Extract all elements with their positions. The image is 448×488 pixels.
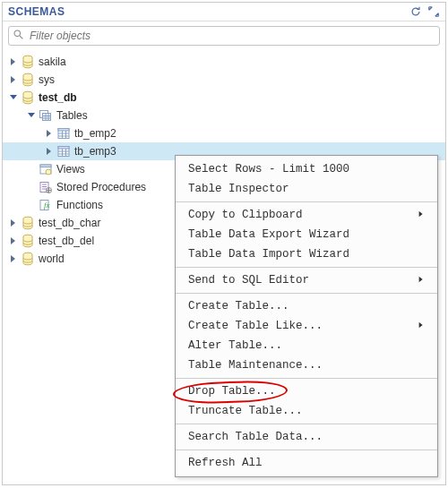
tree-item-label: Functions [56,199,103,211]
refresh-icon[interactable] [409,5,422,18]
db-icon [21,216,35,230]
menu-item-create-table[interactable]: Create Table... [176,296,437,316]
tree-item-label: test_db_char [39,217,100,229]
table-icon [56,126,71,141]
tree-item-tables[interactable]: Tables [3,107,445,124]
table-icon [56,144,71,158]
menu-item-label: Create Table... [188,300,289,312]
chevron-right-icon[interactable] [8,74,19,85]
menu-item-label: Drop Table... [188,385,276,398]
tree-item-sakila[interactable]: sakila [3,53,445,71]
menu-item-label: Create Table Like... [188,320,323,332]
panel-title: SCHEMAS [8,5,65,18]
panel-header: SCHEMAS [3,3,445,21]
menu-item-send-to-sql-editor[interactable]: Send to SQL Editor [176,270,437,290]
menu-separator [176,293,437,294]
menu-item-label: Table Maintenance... [188,359,323,372]
menu-separator [176,267,437,268]
chevron-right-icon[interactable] [8,235,19,246]
chevron-right-icon[interactable] [8,56,19,67]
proc-icon [39,180,53,194]
db-icon [21,73,35,87]
menu-item-refresh-all[interactable]: Refresh All [176,453,437,473]
menu-separator [176,424,437,424]
menu-item-label: Refresh All [188,457,263,469]
tree-item-label: Stored Procedures [56,181,146,193]
menu-item-label: Send to SQL Editor [188,274,309,287]
menu-item-table-data-import-wizard[interactable]: Table Data Import Wizard [176,244,437,264]
chevron-down-icon[interactable] [26,110,37,121]
db-icon [21,90,35,105]
tree-item-label: world [39,253,65,265]
view-icon [39,162,53,176]
tree-item-label: Views [56,163,85,176]
menu-item-label: Select Rows - Limit 1000 [188,163,349,176]
chevron-right-icon[interactable] [8,253,19,264]
search-icon [13,29,24,43]
svg-point-0 [14,30,21,37]
chevron-right-icon [418,209,425,221]
tree-item-test-db[interactable]: test_db [3,89,445,107]
menu-item-label: Truncate Table... [188,405,303,417]
svg-rect-5 [43,114,51,121]
tree-item-label: test_db [39,91,77,104]
func-icon: fx [39,198,53,212]
tree-item-tb-emp2[interactable]: tb_emp2 [3,124,445,142]
expand-icon[interactable] [427,5,440,18]
db-icon [21,252,35,266]
tables-icon [39,108,53,123]
db-icon [21,234,35,248]
menu-item-label: Copy to Clipboard [188,209,303,221]
tree-item-label: Tables [56,109,88,122]
menu-item-label: Table Inspector [188,183,289,195]
table-context-menu: Select Rows - Limit 1000Table InspectorC… [175,155,438,477]
menu-item-alter-table[interactable]: Alter Table... [176,336,437,355]
filter-row [8,26,440,46]
tree-item-label: test_db_del [39,235,94,247]
menu-separator [176,201,437,202]
menu-item-label: Table Data Import Wizard [188,248,349,261]
menu-separator [176,449,437,450]
chevron-right-icon[interactable] [44,128,55,139]
menu-item-label: Search Table Data... [188,431,323,443]
svg-point-12 [46,169,51,175]
menu-item-label: Alter Table... [188,339,282,352]
chevron-right-icon [418,320,425,332]
svg-rect-9 [58,147,69,150]
svg-rect-7 [58,129,69,132]
chevron-right-icon[interactable] [44,146,55,157]
menu-item-select-rows-limit-1000[interactable]: Select Rows - Limit 1000 [176,159,437,179]
menu-item-table-maintenance[interactable]: Table Maintenance... [176,355,437,375]
tree-item-sys[interactable]: sys [3,71,445,89]
menu-separator [176,378,437,379]
db-icon [21,55,35,69]
filter-input[interactable] [28,28,435,44]
header-icons [409,5,440,18]
svg-rect-11 [40,165,51,167]
chevron-right-icon [418,274,425,287]
chevron-right-icon[interactable] [8,218,19,228]
menu-item-copy-to-clipboard[interactable]: Copy to Clipboard [176,205,437,225]
menu-item-create-table-like[interactable]: Create Table Like... [176,316,437,336]
tree-item-label: sakila [39,56,66,68]
menu-item-label: Table Data Export Wizard [188,228,349,241]
tree-item-label: tb_emp2 [74,127,116,140]
menu-item-table-inspector[interactable]: Table Inspector [176,179,437,199]
menu-item-truncate-table[interactable]: Truncate Table... [176,401,437,421]
menu-item-search-table-data[interactable]: Search Table Data... [176,427,437,447]
menu-item-table-data-export-wizard[interactable]: Table Data Export Wizard [176,225,437,244]
tree-item-label: tb_emp3 [74,145,116,158]
svg-text:fx: fx [44,201,50,210]
chevron-down-icon[interactable] [8,92,19,103]
schemas-panel: SCHEMAS sakilasystest_dbTablestb_emp2tb_… [2,2,446,485]
menu-item-drop-table[interactable]: Drop Table... [176,381,437,401]
tree-item-label: sys [39,73,55,86]
